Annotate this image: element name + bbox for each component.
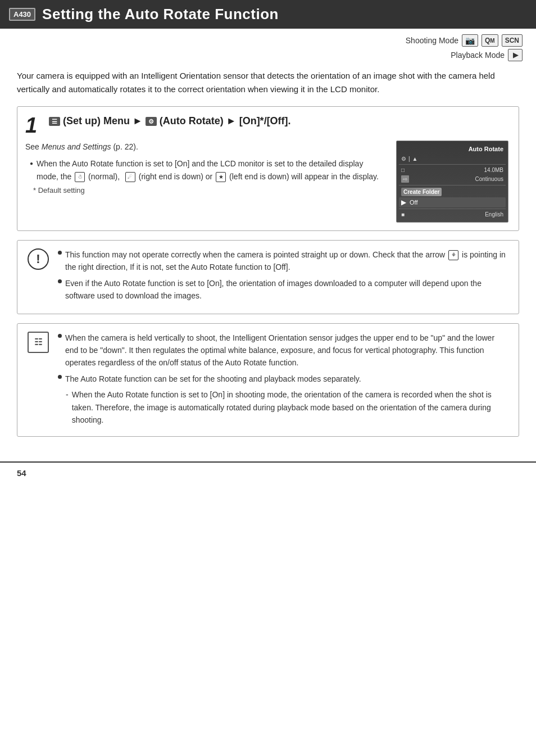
cam-icon-3: ▲ <box>412 156 418 162</box>
cam-row-create: Create Folder <box>399 187 506 197</box>
mode-section: Shooting Mode 📷 QM SCN Playback Mode ▶ <box>0 29 536 64</box>
shooting-icon-qm: QM <box>482 34 498 47</box>
intro-paragraph: Your camera is equipped with an Intellig… <box>17 69 519 96</box>
main-content: Your camera is equipped with an Intellig… <box>0 64 536 457</box>
step-1-header: 1 ☰ (Set up) Menu ► ⚙ (Auto Rotate) ► [O… <box>25 115 508 136</box>
warning-text-2: Even if the Auto Rotate function is set … <box>65 277 508 302</box>
warning-note-box: ! This function may not operate correctl… <box>17 240 519 314</box>
warning-bullet-2: Even if the Auto Rotate function is set … <box>58 277 508 302</box>
info-dot-2 <box>58 375 62 379</box>
page-title: Setting the Auto Rotate Function <box>42 6 279 23</box>
bullet-text-1: When the Auto Rotate function is set to … <box>37 157 387 183</box>
menus-italic: Menus and Settings <box>42 142 111 151</box>
step-1-body: See Menus and Settings (p. 22). When the… <box>25 141 508 223</box>
info-sub-bullet-1: When the Auto Rotate function is set to … <box>66 388 508 426</box>
info-text-2: The Auto Rotate function can be set for … <box>65 373 508 385</box>
info-dot-1 <box>58 334 62 338</box>
cam-title: Auto Rotate <box>469 146 503 152</box>
playback-mode-row: Playback Mode ▶ <box>451 49 523 61</box>
cam-storage-size: 14.0MB <box>484 167 503 173</box>
playback-icon: ▶ <box>508 49 523 61</box>
page-number-section: 54 <box>0 461 536 483</box>
shooting-icon-scn: SCN <box>502 34 523 47</box>
cam-lang-icon: ■ <box>401 211 405 218</box>
cam-row-off: ▶ Off <box>399 197 506 207</box>
info-bullet-1: When the camera is held vertically to sh… <box>58 332 508 369</box>
step-1-title: ☰ (Set up) Menu ► ⚙ (Auto Rotate) ► [On]… <box>49 115 508 128</box>
shooting-mode-label: Shooting Mode <box>406 36 458 45</box>
cam-divider-3 <box>399 209 506 209</box>
model-badge: A430 <box>9 8 35 21</box>
info-bullet-2: The Auto Rotate function can be set for … <box>58 373 508 385</box>
cam-divider-2 <box>399 185 506 185</box>
cam-header: Auto Rotate <box>399 144 506 155</box>
cam-storage-icon: □ <box>401 167 405 173</box>
info-text-1: When the camera is held vertically to sh… <box>65 332 508 369</box>
rotate-icon-right: ☄ <box>125 172 135 182</box>
cam-row-continuous: ⇨ Continuous <box>399 174 506 184</box>
cam-off-label: Off <box>410 199 417 206</box>
warning-text-1: This function may not operate correctly … <box>65 248 508 274</box>
default-setting: Default setting <box>33 185 387 197</box>
camera-screenshot: Auto Rotate ⚙ | ▲ □ 14.0MB ⇨ Continuous <box>396 141 508 223</box>
cam-row-english: ■ English <box>399 210 506 219</box>
shooting-mode-row: Shooting Mode 📷 QM SCN <box>406 34 523 47</box>
warning-content: This function may not operate correctly … <box>58 248 508 306</box>
warning-icon: ! <box>28 248 49 270</box>
warning-dot-2 <box>58 279 62 283</box>
cam-continuous: Continuous <box>475 176 503 182</box>
cam-divider-1 <box>399 164 506 165</box>
cam-icon-1: ⚙ <box>401 156 406 162</box>
auto-rotate-icon: ⚙ <box>146 117 157 126</box>
info-note-box: ☷ When the camera is held vertically to … <box>17 323 519 437</box>
cam-icon-2: | <box>408 156 410 162</box>
step-number: 1 <box>25 115 43 136</box>
info-list-icon: ☷ <box>28 332 49 353</box>
setup-menu-icon: ☰ <box>49 117 60 126</box>
page-header: A430 Setting the Auto Rotate Function <box>0 0 536 29</box>
rotate-icon-normal: ☃ <box>75 172 85 182</box>
page-number: 54 <box>17 468 26 478</box>
rotate-icon-left: ★ <box>216 172 226 182</box>
playback-mode-label: Playback Mode <box>451 51 505 60</box>
step-auto-rotate: (Auto Rotate) ► [On]*/[Off]. <box>160 115 291 126</box>
cam-top-icons: ⚙ | ▲ <box>399 155 506 163</box>
step-title-text: (Set up) Menu ► <box>63 115 146 126</box>
cam-mode-icon: ⇨ <box>401 175 409 183</box>
warning-bullet-1: This function may not operate correctly … <box>58 248 508 274</box>
cam-lang: English <box>485 211 503 218</box>
warning-arrow-icon: ⚘ <box>448 250 458 260</box>
step-bullet-1: When the Auto Rotate function is set to … <box>30 157 387 183</box>
see-menus-text: See Menus and Settings (p. 22). <box>25 141 387 153</box>
cam-create-folder: Create Folder <box>401 188 442 196</box>
step-1-text: See Menus and Settings (p. 22). When the… <box>25 141 387 197</box>
cam-row-storage: □ 14.0MB <box>399 166 506 174</box>
step-1-box: 1 ☰ (Set up) Menu ► ⚙ (Auto Rotate) ► [O… <box>17 106 519 231</box>
shooting-icon-camera: 📷 <box>462 34 478 47</box>
info-content: When the camera is held vertically to sh… <box>58 332 508 429</box>
info-sub-text-1: When the Auto Rotate function is set to … <box>72 388 508 426</box>
warning-dot-1 <box>58 251 62 255</box>
cam-off-icon: ▶ <box>401 198 406 206</box>
